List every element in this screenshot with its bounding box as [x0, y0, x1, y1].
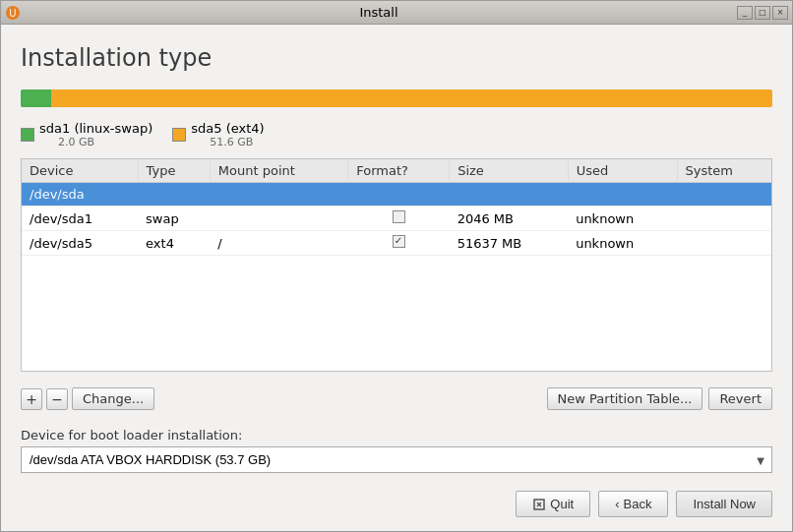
format-checkbox-sda5[interactable]	[393, 235, 405, 248]
col-type: Type	[138, 159, 210, 183]
table-header-row: Device Type Mount point Format? Size Use…	[22, 159, 771, 183]
row-sda5-used: unknown	[568, 231, 677, 256]
page-title: Installation type	[21, 44, 772, 72]
add-partition-button[interactable]: +	[21, 388, 42, 410]
row-sda5-format[interactable]	[348, 231, 450, 256]
new-partition-table-button[interactable]: New Partition Table...	[547, 387, 703, 410]
row-sda1-type: swap	[138, 207, 210, 231]
install-label: Install Now	[693, 497, 756, 511]
window-title: Install	[359, 5, 397, 20]
col-size: Size	[450, 159, 569, 183]
disk-legend: sda1 (linux-swap) 2.0 GB sda5 (ext4) 51.…	[21, 121, 772, 148]
back-icon: ‹	[615, 497, 619, 511]
group-device-label: /dev/sda	[22, 183, 771, 207]
maximize-button[interactable]: □	[755, 6, 770, 20]
row-sda1-size: 2046 MB	[450, 207, 569, 231]
legend-label-sda5: sda5 (ext4) 51.6 GB	[191, 121, 264, 148]
title-bar-left: U	[5, 5, 21, 21]
col-system: System	[677, 159, 771, 183]
navigation-buttons: Quit ‹ Back Install Now	[21, 483, 772, 521]
row-sda1-device: /dev/sda1	[22, 207, 138, 231]
quit-icon	[532, 498, 546, 511]
disk-segment-sda1	[21, 89, 51, 107]
boot-loader-select-wrapper: /dev/sda ATA VBOX HARDDISK (53.7 GB) ▼	[21, 446, 772, 473]
col-used: Used	[568, 159, 677, 183]
back-label: Back	[624, 497, 652, 511]
format-checkbox-sda1[interactable]	[393, 210, 405, 223]
main-window: U Install _ □ × Installation type sda1 (…	[0, 0, 793, 532]
legend-color-sda5	[172, 128, 186, 142]
row-sda1-mount	[210, 207, 347, 231]
boot-loader-label: Device for boot loader installation:	[21, 428, 772, 443]
row-sda5-device: /dev/sda5	[22, 231, 138, 256]
disk-segment-sda5	[51, 89, 772, 107]
revert-button[interactable]: Revert	[708, 387, 772, 410]
partition-controls: + − Change... New Partition Table... Rev…	[21, 382, 772, 414]
title-buttons: _ □ ×	[737, 6, 788, 20]
disk-bar	[21, 89, 772, 107]
row-sda5-size: 51637 MB	[450, 231, 569, 256]
col-device: Device	[22, 159, 138, 183]
partition-table-container[interactable]: Device Type Mount point Format? Size Use…	[21, 158, 772, 372]
table-right-buttons: New Partition Table... Revert	[547, 387, 772, 410]
legend-label-sda1: sda1 (linux-swap) 2.0 GB	[39, 121, 152, 148]
col-format: Format?	[348, 159, 450, 183]
table-row-sda5[interactable]: /dev/sda5 ext4 / 51637 MB unknown	[22, 231, 771, 256]
title-bar-center: Install	[21, 5, 737, 20]
col-mount: Mount point	[210, 159, 347, 183]
quit-label: Quit	[550, 497, 574, 511]
svg-text:U: U	[9, 8, 16, 19]
partition-table: Device Type Mount point Format? Size Use…	[22, 159, 771, 256]
back-button[interactable]: ‹ Back	[598, 491, 668, 517]
install-now-button[interactable]: Install Now	[676, 491, 772, 517]
remove-partition-button[interactable]: −	[46, 388, 68, 410]
partition-action-buttons: + − Change...	[21, 387, 154, 410]
row-sda1-system	[677, 207, 771, 231]
title-bar: U Install _ □ ×	[1, 1, 792, 25]
boot-loader-select[interactable]: /dev/sda ATA VBOX HARDDISK (53.7 GB)	[21, 446, 772, 473]
change-partition-button[interactable]: Change...	[72, 387, 154, 410]
close-button[interactable]: ×	[772, 6, 788, 20]
table-row-group-sda[interactable]: /dev/sda	[22, 183, 771, 207]
legend-color-sda1	[21, 128, 34, 142]
row-sda5-mount: /	[210, 231, 347, 256]
content-area: Installation type sda1 (linux-swap) 2.0 …	[1, 25, 792, 531]
legend-item-sda1: sda1 (linux-swap) 2.0 GB	[21, 121, 152, 148]
row-sda5-type: ext4	[138, 231, 210, 256]
legend-item-sda5: sda5 (ext4) 51.6 GB	[172, 121, 264, 148]
row-sda5-system	[677, 231, 771, 256]
minimize-button[interactable]: _	[737, 6, 753, 20]
quit-button[interactable]: Quit	[516, 491, 590, 517]
boot-loader-section: Device for boot loader installation: /de…	[21, 428, 772, 473]
window-icon: U	[5, 5, 21, 21]
table-row-sda1[interactable]: /dev/sda1 swap 2046 MB unknown	[22, 207, 771, 231]
row-sda1-format[interactable]	[348, 207, 450, 231]
row-sda1-used: unknown	[568, 207, 677, 231]
